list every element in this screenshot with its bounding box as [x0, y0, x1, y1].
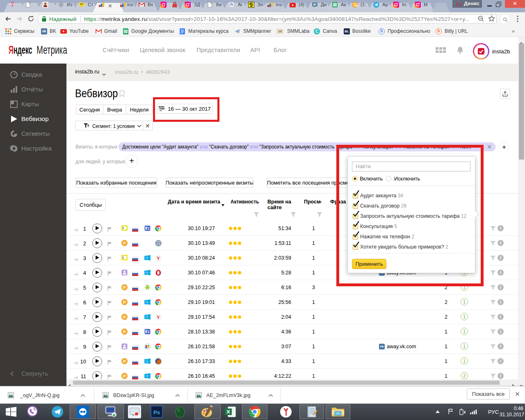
svg-text:Р: Р [123, 359, 126, 363]
svg-text:Р: Р [123, 315, 126, 319]
svg-text:Р: Р [123, 300, 126, 304]
svg-text:Р: Р [123, 285, 126, 290]
svg-text:SM: SM [278, 30, 282, 33]
svg-text:Р: Р [123, 374, 126, 378]
svg-text:Р: Р [123, 241, 126, 245]
svg-text:Ps: Ps [153, 409, 160, 415]
svg-text:Y: Y [157, 256, 160, 260]
svg-text:Y: Y [157, 315, 160, 320]
svg-text:Р: Р [123, 330, 126, 334]
